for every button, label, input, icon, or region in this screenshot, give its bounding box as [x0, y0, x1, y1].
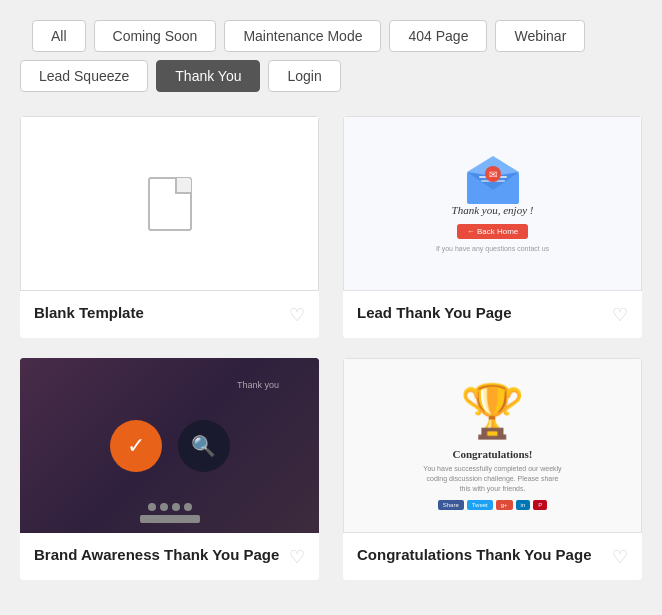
filter-bar: AllComing SoonMaintenance Mode404 PageWe… — [20, 20, 642, 92]
card-footer: Brand Awareness Thank You Page ♡ — [20, 533, 319, 580]
card-footer: Blank Template ♡ — [20, 291, 319, 338]
file-icon — [148, 177, 192, 231]
filter-btn-coming-soon[interactable]: Coming Soon — [94, 20, 217, 52]
card-footer: Congratulations Thank You Page ♡ — [343, 533, 642, 580]
template-card-brand: Thank you ✓ 🔍 Brand Awareness Thank — [20, 358, 319, 580]
filter-btn-webinar[interactable]: Webinar — [495, 20, 585, 52]
trophy-icon: 🏆 — [460, 381, 525, 442]
template-card-lead-ty: ✉ Thank you, enjoy ! ← Back Home If you … — [343, 116, 642, 338]
card-thumbnail-brand: Thank you ✓ 🔍 — [20, 358, 319, 533]
card-thumbnail-blank — [20, 116, 319, 291]
template-card-congrats: 🏆 Congratulations! You have successfully… — [343, 358, 642, 580]
favorite-heart-icon[interactable]: ♡ — [289, 546, 305, 568]
card-thumbnail-congrats: 🏆 Congratulations! You have successfully… — [343, 358, 642, 533]
envelope-icon: ✉ — [463, 156, 523, 204]
search-circle[interactable]: 🔍 — [178, 420, 230, 472]
card-title: Brand Awareness Thank You Page — [34, 545, 279, 565]
filter-btn-404-page[interactable]: 404 Page — [389, 20, 487, 52]
share-googleplus[interactable]: g+ — [496, 500, 513, 510]
card-footer: Lead Thank You Page ♡ — [343, 291, 642, 338]
preview-sub-text: If you have any questions contact us — [436, 245, 549, 252]
filter-btn-thank-you[interactable]: Thank You — [156, 60, 260, 92]
share-facebook[interactable]: Share — [438, 500, 464, 510]
card-title: Lead Thank You Page — [357, 303, 511, 323]
filter-btn-login[interactable]: Login — [268, 60, 340, 92]
favorite-heart-icon[interactable]: ♡ — [289, 304, 305, 326]
svg-text:✉: ✉ — [489, 169, 497, 180]
filter-btn-all[interactable]: All — [32, 20, 86, 52]
card-title: Congratulations Thank You Page — [357, 545, 591, 565]
share-pinterest[interactable]: P — [533, 500, 547, 510]
share-linkedin[interactable]: in — [516, 500, 531, 510]
share-twitter[interactable]: Tweet — [467, 500, 493, 510]
checkmark-circle[interactable]: ✓ — [110, 420, 162, 472]
preview-ty-text: Thank you, enjoy ! — [452, 204, 534, 216]
template-grid: Blank Template ♡ — [20, 116, 642, 580]
favorite-heart-icon[interactable]: ♡ — [612, 304, 628, 326]
favorite-heart-icon[interactable]: ♡ — [612, 546, 628, 568]
share-buttons: Share Tweet g+ in P — [438, 500, 548, 510]
card-thumbnail-lead-ty: ✉ Thank you, enjoy ! ← Back Home If you … — [343, 116, 642, 291]
template-card-blank: Blank Template ♡ — [20, 116, 319, 338]
congrats-sub: You have successfully completed our week… — [423, 464, 563, 493]
brand-overlay-text: Thank you — [237, 380, 279, 390]
filter-btn-maintenance-mode[interactable]: Maintenance Mode — [224, 20, 381, 52]
filter-btn-lead-squeeze[interactable]: Lead Squeeze — [20, 60, 148, 92]
preview-back-btn: ← Back Home — [457, 224, 529, 239]
congrats-title: Congratulations! — [452, 448, 532, 460]
card-title: Blank Template — [34, 303, 144, 323]
